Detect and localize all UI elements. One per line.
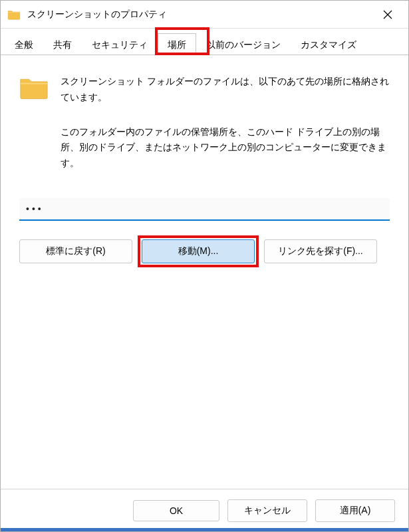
location-buttons: 標準に戻す(R) 移動(M)... リンク先を探す(F)...: [19, 239, 390, 263]
folder-icon: [7, 9, 21, 20]
tab-previous-versions[interactable]: 以前のバージョン: [196, 33, 291, 55]
properties-dialog: スクリーンショットのプロパティ 全般 共有 セキュリティ 場所 以前のバージョン…: [0, 0, 409, 532]
description-text-2: このフォルダー内のファイルの保管場所を、このハード ドライブ上の別の場所、別のド…: [61, 124, 390, 172]
path-input[interactable]: [19, 198, 390, 221]
dialog-footer: OK キャンセル 適用(A): [1, 489, 408, 531]
cancel-button[interactable]: キャンセル: [227, 499, 307, 522]
folder-icon-large: [19, 75, 49, 100]
close-icon: [383, 10, 392, 19]
find-target-button[interactable]: リンク先を探す(F)...: [264, 239, 377, 263]
tab-sharing[interactable]: 共有: [43, 33, 82, 55]
restore-default-button[interactable]: 標準に戻す(R): [19, 239, 132, 263]
tab-security[interactable]: セキュリティ: [82, 33, 158, 55]
tabstrip: 全般 共有 セキュリティ 場所 以前のバージョン カスタマイズ: [1, 29, 408, 55]
move-button[interactable]: 移動(M)...: [142, 239, 255, 263]
window-title: スクリーンショットのプロパティ: [27, 9, 374, 21]
description-row: スクリーンショット フォルダーのファイルは、以下のあて先の場所に格納されています…: [19, 74, 390, 106]
tab-content-location: スクリーンショット フォルダーのファイルは、以下のあて先の場所に格納されています…: [1, 55, 408, 489]
titlebar: スクリーンショットのプロパティ: [1, 1, 408, 29]
tab-general[interactable]: 全般: [5, 33, 43, 55]
tab-location[interactable]: 場所: [158, 33, 196, 55]
ok-button[interactable]: OK: [133, 500, 219, 521]
tab-customize[interactable]: カスタマイズ: [291, 33, 366, 55]
apply-button[interactable]: 適用(A): [315, 499, 395, 522]
close-button[interactable]: [374, 3, 402, 27]
bottom-accent: [1, 528, 408, 531]
description-text-1: スクリーンショット フォルダーのファイルは、以下のあて先の場所に格納されています…: [61, 74, 390, 106]
